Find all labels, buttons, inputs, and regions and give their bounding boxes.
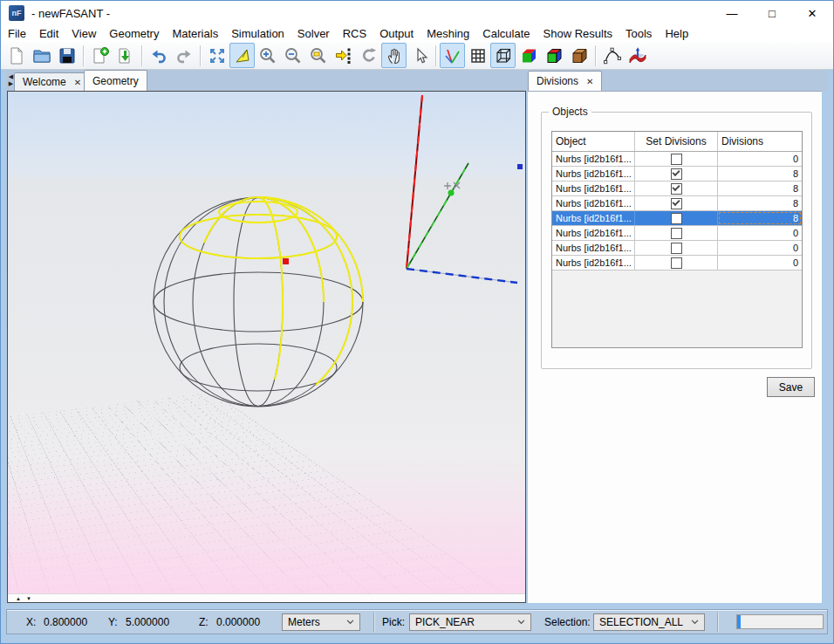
shaded-view-button[interactable] xyxy=(516,43,541,68)
snap-target-button[interactable] xyxy=(331,43,356,68)
sphere-selected-edges[interactable] xyxy=(180,197,363,385)
show-axes-button[interactable] xyxy=(440,43,465,68)
close-icon[interactable]: ✕ xyxy=(803,7,821,20)
row-checkbox[interactable] xyxy=(671,228,682,239)
table-row[interactable]: Nurbs [id2b16f1... 8 xyxy=(552,167,802,182)
column-header-set-divisions[interactable]: Set Divisions xyxy=(635,132,718,151)
table-row[interactable]: Nurbs [id2b16f1... 8 xyxy=(552,182,802,196)
menu-item[interactable]: Simulation xyxy=(231,27,284,40)
divisions-cell[interactable]: 0 xyxy=(718,226,802,240)
pick-select[interactable]: PICK_NEAR xyxy=(409,613,531,631)
curve-tool-button[interactable] xyxy=(599,43,625,68)
menu-item[interactable]: Edit xyxy=(39,27,58,40)
menu-item[interactable]: Tools xyxy=(626,27,652,40)
tab-divisions[interactable]: Divisions ✕ xyxy=(528,71,602,91)
open-folder-button[interactable] xyxy=(29,43,54,68)
save-button[interactable]: Save xyxy=(767,377,815,397)
table-row[interactable]: Nurbs [id2b16f1... 8 xyxy=(552,196,802,211)
tab-divisions-close-icon[interactable]: ✕ xyxy=(586,77,593,86)
import-geometry-button[interactable] xyxy=(113,43,138,68)
save-file-button[interactable] xyxy=(54,43,79,68)
tab-welcome[interactable]: Welcome ✕ xyxy=(14,72,90,91)
set-divisions-cell[interactable] xyxy=(635,196,718,210)
zoom-out-button[interactable] xyxy=(280,43,305,68)
viewport-scroll-strip[interactable]: ▲ ▼ xyxy=(8,593,525,602)
set-divisions-cell[interactable] xyxy=(635,211,718,225)
divisions-cell[interactable]: 8 xyxy=(718,196,802,210)
menu-item[interactable]: Meshing xyxy=(427,27,469,40)
undo-button[interactable] xyxy=(146,43,171,68)
row-checkbox[interactable] xyxy=(671,243,682,254)
redo-button[interactable] xyxy=(171,43,196,68)
object-cell[interactable]: Nurbs [id2b16f1... xyxy=(552,167,635,181)
zoom-select-button[interactable] xyxy=(229,43,255,68)
divisions-cell[interactable]: 8 xyxy=(718,182,802,195)
axis-handle-dot[interactable] xyxy=(448,190,455,196)
tab-scroll-right-icon[interactable]: ▶ xyxy=(9,80,13,86)
row-checkbox[interactable] xyxy=(671,213,682,224)
row-checkbox[interactable] xyxy=(671,168,682,180)
zoom-window-button[interactable] xyxy=(305,43,331,68)
menu-item[interactable]: Calculate xyxy=(482,27,530,40)
row-checkbox[interactable] xyxy=(671,257,682,269)
viewport-canvas[interactable]: ▲ ▼ xyxy=(7,91,526,603)
menu-item[interactable]: Materials xyxy=(172,27,218,40)
menu-item[interactable]: Solver xyxy=(297,27,330,40)
pan-view-button[interactable] xyxy=(381,43,407,68)
divisions-cell[interactable]: 0 xyxy=(718,152,802,166)
object-cell[interactable]: Nurbs [id2b16f1... xyxy=(552,256,635,270)
scroll-down-icon[interactable]: ▼ xyxy=(26,596,31,601)
minimize-icon[interactable]: — xyxy=(723,7,741,20)
object-cell[interactable]: Nurbs [id2b16f1... xyxy=(552,211,635,225)
divisions-cell[interactable]: 0 xyxy=(718,256,802,270)
object-cell[interactable]: Nurbs [id2b16f1... xyxy=(552,226,635,240)
shaded-edges-view-button[interactable] xyxy=(541,43,566,68)
object-cell[interactable]: Nurbs [id2b16f1... xyxy=(552,196,635,210)
units-select[interactable]: Meters xyxy=(282,613,360,631)
tab-scroll-left-icon[interactable]: ◀ xyxy=(9,73,13,79)
table-row[interactable]: Nurbs [id2b16f1... 8 xyxy=(552,211,802,226)
menu-item[interactable]: Geometry xyxy=(109,27,159,40)
divisions-cell[interactable]: 8 xyxy=(718,211,802,225)
table-row[interactable]: Nurbs [id2b16f1... 0 xyxy=(552,256,802,271)
set-divisions-cell[interactable] xyxy=(635,167,718,181)
table-row[interactable]: Nurbs [id2b16f1... 0 xyxy=(552,241,802,256)
row-checkbox[interactable] xyxy=(671,183,682,195)
menu-item[interactable]: View xyxy=(72,27,96,40)
object-cell[interactable]: Nurbs [id2b16f1... xyxy=(552,241,635,255)
object-cell[interactable]: Nurbs [id2b16f1... xyxy=(552,182,635,195)
table-row[interactable]: Nurbs [id2b16f1... 0 xyxy=(552,152,802,167)
show-grid-button[interactable] xyxy=(465,43,490,68)
scroll-up-icon[interactable]: ▲ xyxy=(16,596,21,601)
column-header-object[interactable]: Object xyxy=(552,132,635,151)
divisions-cell[interactable]: 8 xyxy=(718,167,802,181)
zoom-in-button[interactable] xyxy=(255,43,280,68)
set-divisions-cell[interactable] xyxy=(635,256,718,270)
select-arrow-button[interactable] xyxy=(407,43,432,68)
set-divisions-cell[interactable] xyxy=(635,152,718,166)
set-divisions-cell[interactable] xyxy=(635,241,718,255)
solid-view-button[interactable] xyxy=(566,43,591,68)
set-divisions-cell[interactable] xyxy=(635,182,718,195)
wireframe-view-button[interactable] xyxy=(490,43,516,68)
fit-view-button[interactable] xyxy=(204,43,229,68)
tab-welcome-close-icon[interactable]: ✕ xyxy=(74,78,81,87)
tab-geometry[interactable]: Geometry xyxy=(84,70,147,91)
divisions-cell[interactable]: 0 xyxy=(718,241,802,255)
table-row[interactable]: Nurbs [id2b16f1... 0 xyxy=(552,226,802,241)
menu-item[interactable]: Show Results xyxy=(543,27,612,40)
row-checkbox[interactable] xyxy=(671,198,682,209)
menu-item[interactable]: RCS xyxy=(343,27,366,40)
maximize-icon[interactable]: □ xyxy=(763,7,781,20)
row-checkbox[interactable] xyxy=(671,154,682,165)
new-project-button[interactable] xyxy=(87,43,113,68)
grid-extent-handle[interactable] xyxy=(517,164,523,169)
menu-item[interactable]: Help xyxy=(665,27,688,40)
selection-select[interactable]: SELECTION_ALL xyxy=(593,613,705,631)
new-file-button[interactable] xyxy=(3,43,29,68)
menu-item[interactable]: File xyxy=(8,27,26,40)
rotate-view-button[interactable] xyxy=(356,43,381,68)
surface-normals-button[interactable] xyxy=(625,43,650,68)
set-divisions-cell[interactable] xyxy=(635,226,718,240)
column-header-divisions[interactable]: Divisions xyxy=(718,132,802,151)
